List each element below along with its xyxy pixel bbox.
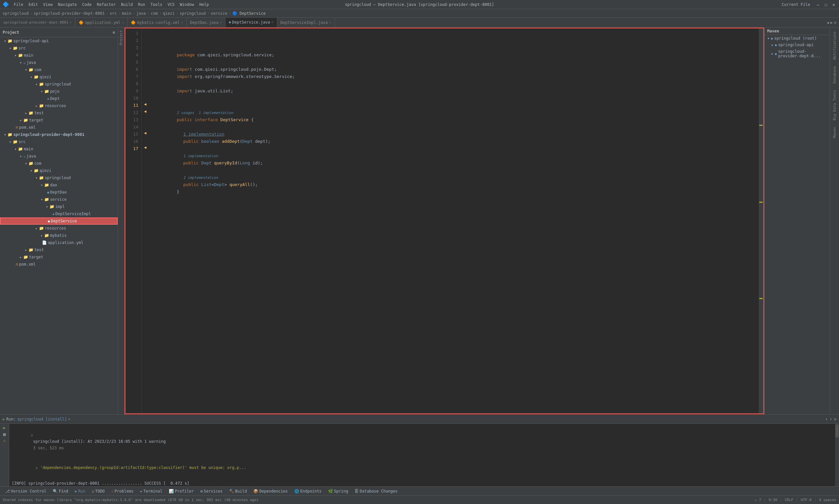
tab-close-deptdao[interactable]: × — [220, 20, 222, 24]
menu-window[interactable]: Window — [178, 2, 196, 7]
tree-java-2[interactable]: ▾ ☕ java — [0, 152, 118, 160]
breadcrumb-deptservice[interactable]: 🔵 DeptService — [232, 11, 266, 16]
tree-java-1[interactable]: ▾ ☕ java — [0, 59, 118, 66]
tab-close-deptserviceimpl[interactable]: × — [329, 20, 331, 24]
run-btn[interactable]: ▶ Run — [72, 488, 88, 494]
services-btn[interactable]: ⚙ Services — [198, 488, 225, 494]
breadcrumb-springcloud[interactable]: springcloud — [3, 11, 29, 16]
menu-build[interactable]: Build — [119, 2, 135, 7]
maven-side-tab[interactable]: Maven — [831, 124, 838, 141]
terminal-btn[interactable]: ▸ Terminal — [137, 488, 165, 494]
run-stop-btn[interactable]: ■ — [3, 432, 5, 437]
find-btn[interactable]: 🔍 Find — [50, 488, 71, 494]
status-warnings[interactable]: ⚠ 7 — [755, 498, 761, 502]
todo-btn[interactable]: ☑ TODO — [89, 488, 107, 494]
tab-close-provider[interactable]: × — [70, 20, 72, 24]
tree-deptdao[interactable]: ● DeptDao — [0, 188, 118, 196]
tab-close-deptservice[interactable]: × — [272, 20, 274, 24]
tree-springcloud-folder-2[interactable]: ▾ 📁 springcloud — [0, 174, 118, 181]
menu-help[interactable]: Help — [197, 2, 211, 7]
project-tree[interactable]: ▾ 📁 springcloud-api ▾ 📁 src ▾ 📁 main ▾ ☕ — [0, 37, 118, 414]
tree-pom-1[interactable]: m pom.xml — [0, 124, 118, 131]
database-tab[interactable]: Database — [831, 64, 838, 86]
maximize-button[interactable]: ☐ — [823, 2, 828, 7]
menu-refactor[interactable]: Refactor — [95, 2, 118, 7]
run-icon[interactable]: ▶ — [3, 417, 5, 421]
run-config-label[interactable]: springcloud [install] — [17, 417, 67, 421]
tab-close-mybatis[interactable]: × — [181, 20, 183, 24]
minimize-button[interactable]: — — [816, 2, 821, 7]
status-line-ending[interactable]: CRLF — [785, 498, 793, 502]
run-settings[interactable]: ⚙ — [834, 417, 836, 421]
tree-provider-module[interactable]: ▾ 📁 springcloud-provider-dept-8001 — [0, 131, 118, 138]
project-panel-label[interactable]: Project — [119, 30, 123, 45]
tree-test-1[interactable]: ▸ 📁 test — [0, 109, 118, 116]
menu-code[interactable]: Code — [80, 2, 94, 7]
menu-view[interactable]: View — [41, 2, 55, 7]
problems-btn[interactable]: ⚠ Problems — [108, 488, 136, 494]
tree-main-1[interactable]: ▾ 📁 main — [0, 52, 118, 59]
run-close-icon[interactable]: × — [68, 417, 70, 421]
status-position[interactable]: 9:30 — [769, 498, 777, 502]
menu-vcs[interactable]: VCS — [165, 2, 177, 7]
tab-scroll-left[interactable]: ◀ — [826, 20, 829, 25]
profiler-btn[interactable]: 📊 Profiler — [166, 488, 196, 494]
menu-tools[interactable]: Tools — [148, 2, 164, 7]
tab-deptserviceimpl[interactable]: DeptServiceImpl.java × — [277, 18, 335, 28]
breadcrumb-src[interactable]: src — [110, 11, 117, 16]
tree-deptserviceimpl[interactable]: ◆ DeptServiceImpl — [0, 210, 118, 217]
close-button[interactable]: ✕ — [831, 2, 836, 7]
tree-qiezi-1[interactable]: ▾ 📁 qiezi — [0, 73, 118, 80]
breadcrumb-springcloud2[interactable]: springcloud — [180, 11, 206, 16]
menu-file[interactable]: File — [12, 2, 25, 7]
breadcrumb-main[interactable]: main — [122, 11, 132, 16]
menu-edit[interactable]: Edit — [27, 2, 40, 7]
tree-com-2[interactable]: ▾ 📁 com — [0, 160, 118, 167]
tree-target-1[interactable]: ▸ 📁 target — [0, 116, 118, 124]
tree-resources-1[interactable]: ▸ 📁 resources — [0, 102, 118, 109]
sidebar-settings-icon[interactable]: ⚙ — [113, 30, 115, 35]
tree-service-folder[interactable]: ▾ 📁 service — [0, 196, 118, 203]
tab-deptdao[interactable]: DeptDao.java × — [187, 18, 226, 28]
tab-provider[interactable]: springcloud-provider-dept-8001 × — [0, 18, 75, 28]
run-scroll-down[interactable]: ⬇ — [830, 417, 832, 421]
dependencies-btn[interactable]: 📦 Dependencies — [251, 488, 291, 494]
tree-springcloud-api[interactable]: ▾ 📁 springcloud-api — [0, 37, 118, 44]
tree-springcloud-folder-1[interactable]: ▾ 📁 springcloud — [0, 80, 118, 88]
breadcrumb-com[interactable]: com — [151, 11, 158, 16]
maven-api[interactable]: ▸ ● springcloud-api — [765, 41, 830, 48]
run-play-btn[interactable]: ▶ — [3, 425, 5, 430]
breadcrumb-provider[interactable]: springcloud-provider-dept-8001 — [34, 11, 105, 16]
build-btn[interactable]: 🔨 Build — [226, 488, 249, 494]
tab-application-yml[interactable]: 🔶 application.yml × — [75, 18, 127, 28]
tree-dept-class[interactable]: ◆ Dept — [0, 95, 118, 102]
tree-pom-2[interactable]: m pom.xml — [0, 261, 118, 268]
tree-pojo[interactable]: ▾ 📁 pojo — [0, 88, 118, 95]
tree-src-2[interactable]: ▾ 📁 src — [0, 138, 118, 145]
code-editor[interactable]: 1 2 3 4 5 6 7 8 9 10 11 12 13 14 15 16 1… — [124, 28, 764, 414]
breadcrumb-qiezi[interactable]: qiezi — [163, 11, 175, 16]
status-encoding[interactable]: UTF-8 — [801, 498, 811, 502]
version-control-btn[interactable]: ⎇ Version Control — [3, 488, 49, 494]
tree-test-2[interactable]: ▸ 📁 test — [0, 246, 118, 253]
tree-src-1[interactable]: ▾ 📁 src — [0, 44, 118, 52]
breadcrumb-java[interactable]: java — [136, 11, 146, 16]
tree-application-yml[interactable]: 📄 application.yml — [0, 239, 118, 246]
tree-impl-folder[interactable]: ▾ 📁 impl — [0, 203, 118, 210]
menu-navigate[interactable]: Navigate — [56, 2, 79, 7]
status-indent[interactable]: 4 spaces — [819, 498, 836, 502]
current-file-label[interactable]: Current File — [782, 2, 810, 7]
tab-deptservice[interactable]: ● DeptService.java × — [226, 18, 277, 28]
endpoints-btn[interactable]: 🌐 Endpoints — [292, 488, 324, 494]
tab-mybatis-xml[interactable]: 🔶 mybatis-config.xml × — [127, 18, 187, 28]
notifications-tab[interactable]: Notifications — [831, 29, 838, 62]
tree-mybatis-folder[interactable]: ▸ 📁 mybatis — [0, 232, 118, 239]
tree-dao-folder[interactable]: ▾ 📁 dao — [0, 181, 118, 188]
database-changes-btn[interactable]: 🗄 Database Changes — [352, 488, 400, 494]
tree-target-2[interactable]: ▸ 📁 target — [0, 253, 118, 261]
run-scroll-up[interactable]: ⬆ — [825, 417, 827, 421]
tree-main-2[interactable]: ▾ 📁 main — [0, 145, 118, 152]
tab-close-yml[interactable]: × — [122, 20, 124, 24]
tab-settings-icon[interactable]: ⚙ — [834, 20, 836, 25]
maven-provider[interactable]: ▸ ● springcloud-provider-dept-8... — [765, 48, 830, 59]
